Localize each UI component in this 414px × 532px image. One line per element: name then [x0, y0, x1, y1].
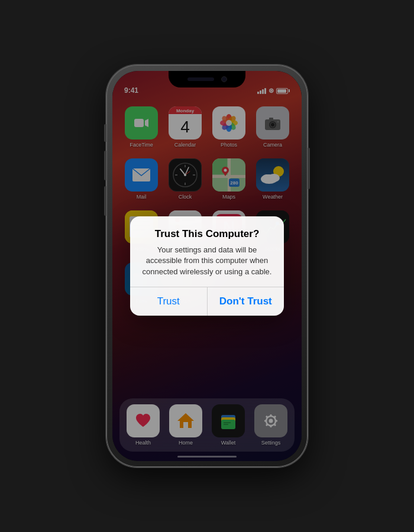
dont-trust-button[interactable]: Don't Trust: [208, 287, 284, 316]
volume-down-button[interactable]: [104, 186, 106, 216]
alert-title: Trust This Computer?: [140, 228, 274, 240]
alert-buttons: Trust Don't Trust: [130, 287, 284, 316]
power-button[interactable]: [308, 148, 310, 189]
phone-frame: 9:41 ⊛: [106, 65, 308, 467]
alert-overlay: Trust This Computer? Your settings and d…: [112, 71, 302, 461]
alert-message: Your settings and data will be accessibl…: [140, 245, 274, 277]
volume-up-button[interactable]: [104, 151, 106, 180]
mute-button[interactable]: [104, 124, 106, 142]
trust-button[interactable]: Trust: [130, 287, 208, 316]
screen: 9:41 ⊛: [112, 71, 302, 461]
trust-computer-dialog: Trust This Computer? Your settings and d…: [130, 216, 284, 316]
phone-inner: 9:41 ⊛: [112, 71, 302, 461]
alert-content: Trust This Computer? Your settings and d…: [130, 216, 284, 287]
